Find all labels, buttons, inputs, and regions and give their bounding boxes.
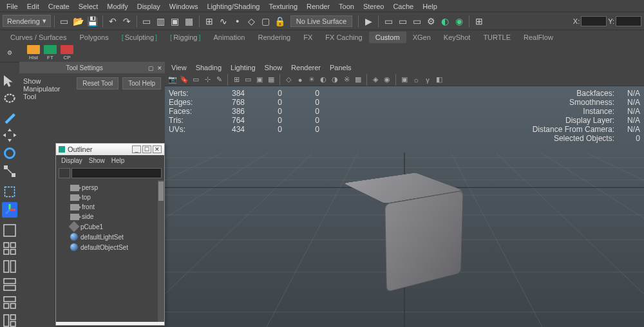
menu-create[interactable]: Create: [44, 1, 73, 10]
vp-xray-icon[interactable]: ◈: [370, 75, 381, 85]
render-sequence-icon[interactable]: ▭: [410, 15, 423, 28]
undock-icon[interactable]: ▢: [148, 65, 154, 71]
snap-grid-icon[interactable]: ⊞: [203, 15, 216, 28]
vp-image-plane-icon[interactable]: ▭: [191, 75, 201, 85]
vp-ao-icon[interactable]: ◑: [330, 75, 340, 85]
workspace-dropdown[interactable]: Rendering ▾: [3, 15, 51, 27]
menu-texturing[interactable]: Texturing: [265, 1, 301, 10]
vp-wireframe-icon[interactable]: ◇: [283, 75, 294, 85]
shelf-tab-polygons[interactable]: Polygons: [73, 32, 115, 43]
outliner-titlebar[interactable]: Outliner _ ☐ ✕: [56, 144, 164, 155]
select-component-icon[interactable]: ▦: [183, 15, 196, 28]
outliner-menu-help[interactable]: Help: [111, 157, 125, 164]
new-scene-icon[interactable]: ▭: [58, 15, 71, 28]
vp-exposure-icon[interactable]: ☼: [411, 75, 421, 85]
reset-tool-button[interactable]: Reset Tool: [77, 77, 118, 89]
marquee-tool-icon[interactable]: [2, 184, 17, 200]
vp-grid-icon[interactable]: ⊞: [231, 75, 242, 85]
layout-two-stack-icon[interactable]: [2, 277, 17, 292]
shelf-tab-rendering[interactable]: Rendering: [251, 32, 297, 43]
layout-four-icon[interactable]: [2, 241, 17, 256]
shelf-item-hist[interactable]: Hist: [27, 45, 40, 61]
viewport-canvas[interactable]: Verts:38400 Edges:76800 Faces:38600 Tris…: [165, 86, 644, 327]
snap-curve-icon[interactable]: ∿: [217, 15, 230, 28]
scale-tool-icon[interactable]: [2, 164, 17, 179]
layout-three-left-icon[interactable]: [2, 313, 17, 327]
shelf-tab-fx[interactable]: FX: [297, 32, 319, 43]
outliner-item-side[interactable]: side: [56, 212, 164, 221]
select-tool-icon[interactable]: [2, 73, 17, 89]
render-frame-icon[interactable]: ▭: [382, 15, 395, 28]
vp-gate-mask-icon[interactable]: ▦: [266, 75, 276, 85]
outliner-item-pcube1[interactable]: pCube1: [56, 221, 164, 232]
layout-two-side-icon[interactable]: [2, 259, 17, 274]
undo-icon[interactable]: ↶: [106, 15, 119, 28]
menu-toon[interactable]: Toon: [335, 1, 358, 10]
shelf-tab-custom[interactable]: Custom: [369, 32, 406, 43]
menu-edit[interactable]: Edit: [23, 1, 43, 10]
layout-single-icon[interactable]: [2, 223, 17, 238]
manipulator-tool-icon[interactable]: [2, 202, 17, 218]
vp-motion-blur-icon[interactable]: ※: [341, 75, 352, 85]
vp-bookmark-icon[interactable]: 🔖: [179, 75, 189, 85]
vp-2d-pan-icon[interactable]: ⊹: [202, 75, 213, 85]
vp-use-lights-icon[interactable]: ☀: [307, 75, 317, 85]
outliner-item-top[interactable]: top: [56, 192, 164, 202]
render-settings-icon[interactable]: ⚙: [424, 15, 437, 28]
shelf-tab-keyshot[interactable]: KeyShot: [437, 32, 477, 43]
redo-icon[interactable]: ↷: [120, 15, 133, 28]
select-icon[interactable]: ▭: [140, 15, 153, 28]
outliner-item-lightset[interactable]: defaultLightSet: [56, 232, 164, 242]
make-live-icon[interactable]: 🔒: [274, 15, 287, 28]
vp-menu-view[interactable]: View: [167, 63, 191, 72]
hypershade-icon[interactable]: ◐: [439, 15, 451, 28]
layout-three-top-icon[interactable]: [2, 295, 17, 310]
outliner-menu-display[interactable]: Display: [61, 157, 82, 164]
lasso-tool-icon[interactable]: [2, 91, 17, 107]
outliner-item-persp[interactable]: persp: [56, 183, 164, 192]
maximize-icon[interactable]: ☐: [142, 145, 151, 153]
live-surface-field[interactable]: No Live Surface: [290, 15, 352, 27]
outliner-item-objectset[interactable]: defaultObjectSet: [56, 242, 164, 252]
paint-tool-icon[interactable]: [2, 109, 17, 125]
vp-menu-panels[interactable]: Panels: [326, 63, 355, 72]
shelf-tab-rigging[interactable]: Rigging: [164, 32, 207, 43]
outliner-window[interactable]: Outliner _ ☐ ✕ Display Show Help persp t…: [55, 143, 165, 326]
select-hierarchy-icon[interactable]: ▥: [155, 15, 167, 28]
vp-view-transform-icon[interactable]: ◧: [434, 75, 444, 85]
menu-help[interactable]: Help: [419, 1, 441, 10]
open-scene-icon[interactable]: 📂: [72, 15, 85, 28]
vp-grease-icon[interactable]: ✎: [214, 75, 224, 85]
ipr-render-icon[interactable]: ▭: [396, 15, 409, 28]
shelf-tab-curves[interactable]: Curves / Surfaces: [4, 32, 73, 43]
outliner-scrollbar[interactable]: [158, 180, 164, 322]
menu-stereo[interactable]: Stereo: [359, 1, 388, 10]
shelf-item-cp[interactable]: CP: [61, 45, 73, 61]
outliner-search-input[interactable]: [71, 168, 162, 178]
vp-xray-joints-icon[interactable]: ◉: [382, 75, 392, 85]
shelf-tab-sculpting[interactable]: Sculpting: [115, 32, 164, 43]
vp-shadows-icon[interactable]: ◐: [318, 75, 328, 85]
menu-file[interactable]: File: [3, 1, 22, 10]
shelf-tab-animation[interactable]: Animation: [207, 32, 252, 43]
vp-menu-show[interactable]: Show: [261, 63, 287, 72]
vp-menu-shading[interactable]: Shading: [192, 63, 225, 72]
close-icon[interactable]: ✕: [153, 145, 162, 153]
vp-menu-lighting[interactable]: Lighting: [227, 63, 260, 72]
y-field[interactable]: [616, 16, 641, 26]
menu-render[interactable]: Render: [303, 1, 334, 10]
panel-layout-icon[interactable]: ⊞: [473, 15, 486, 28]
snap-point-icon[interactable]: •: [231, 15, 244, 28]
close-icon[interactable]: ✕: [157, 65, 162, 71]
tool-help-button[interactable]: Tool Help: [122, 77, 161, 89]
select-object-icon[interactable]: ▣: [169, 15, 182, 28]
menu-select[interactable]: Select: [75, 1, 102, 10]
shelf-gear-icon[interactable]: ⚙: [5, 48, 14, 57]
shelf-tab-turtle[interactable]: TURTLE: [477, 32, 517, 43]
light-editor-icon[interactable]: ◉: [453, 15, 466, 28]
vp-select-camera-icon[interactable]: 📷: [167, 75, 178, 85]
construct-history-icon[interactable]: ▶: [362, 15, 375, 28]
vp-textured-icon[interactable]: ▩: [353, 75, 363, 85]
outliner-menu-show[interactable]: Show: [89, 157, 105, 164]
snap-plane-icon[interactable]: ◇: [245, 15, 258, 28]
